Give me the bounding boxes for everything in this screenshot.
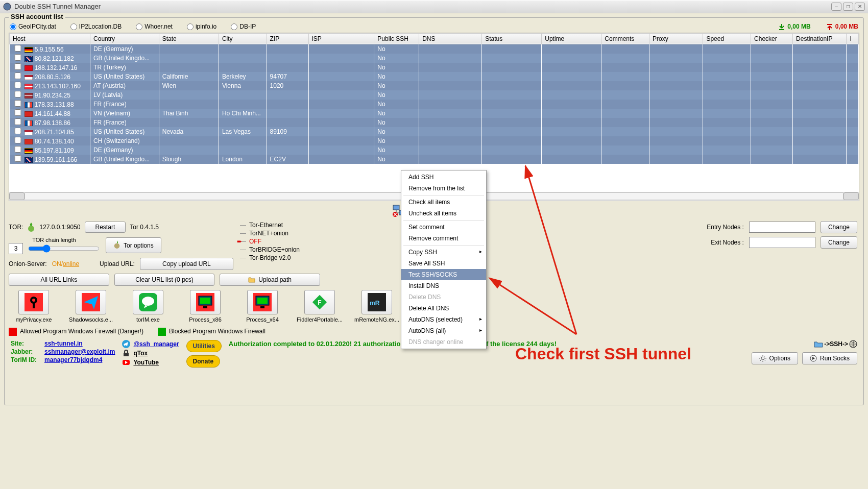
table-row[interactable]: 87.98.138.86FR (France)No bbox=[10, 118, 859, 127]
minimize-button[interactable]: – bbox=[831, 3, 841, 11]
column-state[interactable]: State bbox=[159, 33, 219, 44]
column-dns[interactable]: DNS bbox=[419, 33, 482, 44]
table-row[interactable]: 208.71.104.85US (United States)NevadaLas… bbox=[10, 127, 859, 136]
menu-item-uncheck-all-items[interactable]: Uncheck all items bbox=[401, 208, 486, 219]
exit-nodes-change-button[interactable]: Change bbox=[821, 236, 857, 249]
column-isp[interactable]: ISP bbox=[308, 33, 374, 44]
column-city[interactable]: City bbox=[219, 33, 267, 44]
launcher-mremoteng-ex-[interactable]: mRmRemoteNG.ex... bbox=[352, 290, 402, 323]
torim-link[interactable]: manager77bjdqdm4 bbox=[44, 356, 115, 363]
utilities-button[interactable]: Utilities bbox=[186, 340, 222, 352]
table-row[interactable]: 80.82.121.182GB (United Kingdo...No bbox=[10, 54, 859, 63]
row-checkbox[interactable] bbox=[13, 109, 23, 116]
tor-mode-off[interactable]: ➨OFF bbox=[249, 237, 330, 246]
column-uptime[interactable]: Uptime bbox=[542, 33, 601, 44]
context-menu[interactable]: Add SSHRemove from the listCheck all ite… bbox=[401, 170, 487, 349]
launcher-process-x64[interactable]: Process_x64 bbox=[237, 290, 287, 323]
tor-restart-button[interactable]: Restart bbox=[85, 222, 126, 233]
geo-source-whoer-net[interactable]: Whoer.net bbox=[136, 23, 173, 30]
table-header[interactable]: HostCountryStateCityZIPISPPublic SSHDNSS… bbox=[10, 33, 859, 44]
maximize-button[interactable]: □ bbox=[843, 3, 853, 11]
menu-item-autodns-all-[interactable]: AutoDNS (all) bbox=[401, 325, 486, 336]
menu-item-set-comment[interactable]: Set comment bbox=[401, 222, 486, 233]
entry-nodes-change-button[interactable]: Change bbox=[821, 221, 857, 233]
row-checkbox[interactable] bbox=[13, 137, 23, 143]
row-checkbox[interactable] bbox=[13, 91, 23, 97]
tor-mode-list[interactable]: Tor-EthernetTorNET+onion➨OFFTorBRIDGE+on… bbox=[239, 221, 330, 262]
menu-item-autodns-selected-[interactable]: AutoDNS (selected) bbox=[401, 314, 486, 325]
launcher-process-x86[interactable]: Process_x86 bbox=[180, 290, 230, 323]
tor-chain-value[interactable]: 3 bbox=[9, 243, 23, 254]
column-public-ssh[interactable]: Public SSH bbox=[374, 33, 419, 44]
menu-item-check-all-items[interactable]: Check all items bbox=[401, 197, 486, 208]
table-row[interactable]: 85.197.81.109DE (Germany)No bbox=[10, 145, 859, 155]
menu-item-save-all-ssh[interactable]: Save All SSH bbox=[401, 258, 486, 269]
youtube-link[interactable]: YouTube bbox=[133, 359, 159, 366]
column-country[interactable]: Country bbox=[90, 33, 159, 44]
column-i[interactable]: I bbox=[847, 33, 859, 44]
launcher-myprivacy-exe[interactable]: myPrivacy.exe bbox=[9, 290, 59, 323]
geo-source-db-ip[interactable]: DB-IP bbox=[231, 23, 256, 30]
entry-nodes-input[interactable] bbox=[749, 222, 815, 233]
row-checkbox[interactable] bbox=[13, 72, 23, 79]
upload-path-button[interactable]: Upload path bbox=[220, 274, 320, 286]
table-row[interactable]: 188.132.147.16TR (Turkey)No bbox=[10, 63, 859, 72]
table-row[interactable]: 14.161.44.88VN (Vietnam)Thai BinhHo Chi … bbox=[10, 109, 859, 118]
telegram-link[interactable]: @ssh_manager bbox=[133, 340, 179, 348]
scroll-right-button[interactable] bbox=[843, 192, 859, 200]
tor-mode-tor-bridge-v2-0[interactable]: Tor-Bridge v2.0 bbox=[249, 254, 330, 262]
clear-url-list-button[interactable]: Clear URL list (0 pcs) bbox=[114, 274, 215, 286]
row-checkbox[interactable] bbox=[13, 155, 23, 162]
row-checkbox[interactable] bbox=[13, 82, 23, 88]
column-proxy[interactable]: Proxy bbox=[649, 33, 703, 44]
column-zip[interactable]: ZIP bbox=[267, 33, 308, 44]
tor-mode-torbridge-onion[interactable]: TorBRIDGE+onion bbox=[249, 246, 330, 254]
row-checkbox[interactable] bbox=[13, 54, 23, 61]
table-row[interactable]: 91.90.234.25LV (Latvia)No bbox=[10, 90, 859, 100]
jabber-link[interactable]: sshmanager@exploit.im bbox=[44, 348, 115, 355]
column-status[interactable]: Status bbox=[482, 33, 542, 44]
menu-item-delete-all-dns[interactable]: Delete All DNS bbox=[401, 303, 486, 314]
column-checker[interactable]: Checker bbox=[751, 33, 793, 44]
menu-item-remove-comment[interactable]: Remove comment bbox=[401, 233, 486, 244]
row-checkbox[interactable] bbox=[13, 63, 23, 70]
column-comments[interactable]: Comments bbox=[601, 33, 649, 44]
menu-item-copy-ssh[interactable]: Copy SSH bbox=[401, 247, 486, 258]
table-row[interactable]: 80.74.138.140CH (Switzerland)No bbox=[10, 136, 859, 145]
all-url-links-button[interactable]: All URL Links bbox=[9, 274, 109, 286]
row-checkbox[interactable] bbox=[13, 128, 23, 134]
tor-options-button[interactable]: Tor options bbox=[106, 237, 161, 253]
menu-item-add-ssh[interactable]: Add SSH bbox=[401, 172, 486, 183]
options-button[interactable]: Options bbox=[752, 352, 798, 364]
table-row[interactable]: 208.80.5.126US (United States)Californie… bbox=[10, 72, 859, 81]
table-row[interactable]: 213.143.102.160AT (Austria)WienVienna102… bbox=[10, 81, 859, 90]
table-row[interactable]: 139.59.161.166GB (United Kingdo...Slough… bbox=[10, 155, 859, 164]
column-speed[interactable]: Speed bbox=[703, 33, 751, 44]
donate-button[interactable]: Donate bbox=[186, 355, 221, 368]
geo-source-geoipcity-dat[interactable]: GeoIPCity.dat bbox=[10, 23, 56, 30]
table-row[interactable]: 178.33.131.88FR (France)No bbox=[10, 100, 859, 109]
row-checkbox[interactable] bbox=[13, 118, 23, 125]
column-host[interactable]: Host bbox=[10, 33, 90, 44]
run-socks-button[interactable]: Run Socks bbox=[802, 352, 857, 364]
launcher-fiddler4portable-[interactable]: FFiddler4Portable... bbox=[295, 290, 345, 323]
menu-item-remove-from-the-list[interactable]: Remove from the list bbox=[401, 183, 486, 194]
launcher-torim-exe[interactable]: torIM.exe bbox=[123, 290, 173, 323]
menu-item-test-ssh-socks[interactable]: Test SSH/SOCKS bbox=[401, 269, 486, 280]
site-link[interactable]: ssh-tunnel.in bbox=[44, 340, 115, 347]
tor-mode-tornet-onion[interactable]: TorNET+onion bbox=[249, 229, 330, 237]
row-checkbox[interactable] bbox=[13, 100, 23, 107]
table-row[interactable]: 5.9.155.56DE (Germany)No bbox=[10, 44, 859, 54]
geo-source-ipinfo-io[interactable]: ipinfo.io bbox=[187, 23, 216, 30]
geo-source-ip2location-db[interactable]: IP2Location.DB bbox=[70, 23, 122, 30]
menu-item-install-dns[interactable]: Install DNS bbox=[401, 280, 486, 291]
exit-nodes-input[interactable] bbox=[749, 237, 815, 248]
row-checkbox[interactable] bbox=[13, 45, 23, 52]
row-checkbox[interactable] bbox=[13, 146, 23, 153]
column-destinationip[interactable]: DestinationIP bbox=[793, 33, 847, 44]
tor-chain-slider[interactable] bbox=[28, 244, 100, 253]
scroll-left-button[interactable] bbox=[9, 192, 25, 200]
copy-upload-url-button[interactable]: Copy upload URL bbox=[140, 258, 233, 270]
launcher-shadowsocks-e-[interactable]: Shadowsocks.e... bbox=[66, 290, 116, 323]
close-button[interactable]: ✕ bbox=[855, 3, 865, 11]
